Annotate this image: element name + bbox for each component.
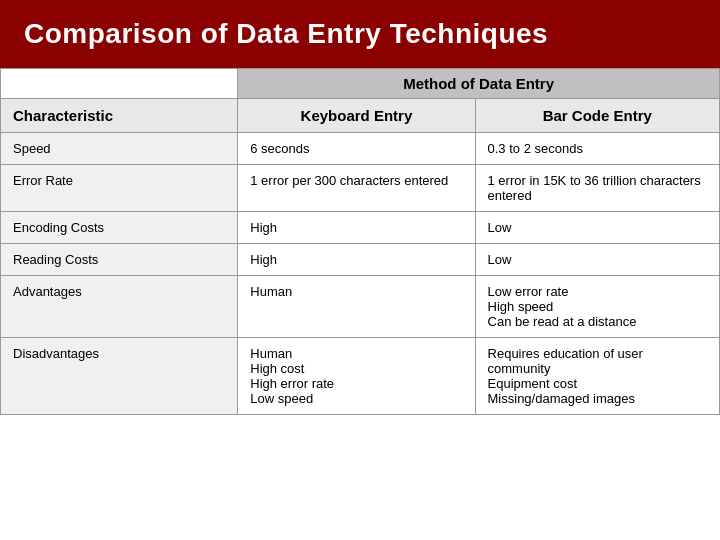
comparison-table: Method of Data Entry Characteristic Keyb… <box>0 68 720 415</box>
cell-barcode: Low <box>475 244 719 276</box>
cell-barcode: Low error rateHigh speedCan be read at a… <box>475 276 719 338</box>
cell-keyboard: 6 seconds <box>238 133 475 165</box>
cell-barcode: 0.3 to 2 seconds <box>475 133 719 165</box>
col-header-barcode: Bar Code Entry <box>475 99 719 133</box>
table-container: Method of Data Entry Characteristic Keyb… <box>0 68 720 415</box>
method-header: Method of Data Entry <box>238 69 720 99</box>
table-row: AdvantagesHumanLow error rateHigh speedC… <box>1 276 720 338</box>
cell-characteristic: Disadvantages <box>1 338 238 415</box>
col-header-characteristic: Characteristic <box>1 99 238 133</box>
cell-characteristic: Reading Costs <box>1 244 238 276</box>
cell-keyboard: 1 error per 300 characters entered <box>238 165 475 212</box>
cell-characteristic: Encoding Costs <box>1 212 238 244</box>
cell-barcode: Requires education of user communityEqui… <box>475 338 719 415</box>
header: Comparison of Data Entry Techniques <box>0 0 720 68</box>
empty-header-cell <box>1 69 238 99</box>
table-row: DisadvantagesHumanHigh costHigh error ra… <box>1 338 720 415</box>
cell-barcode: Low <box>475 212 719 244</box>
cell-barcode: 1 error in 15K to 36 trillion characters… <box>475 165 719 212</box>
page-title: Comparison of Data Entry Techniques <box>24 18 548 49</box>
cell-keyboard: Human <box>238 276 475 338</box>
table-row: Error Rate1 error per 300 characters ent… <box>1 165 720 212</box>
table-row: Encoding CostsHighLow <box>1 212 720 244</box>
table-row: Speed6 seconds0.3 to 2 seconds <box>1 133 720 165</box>
col-header-keyboard: Keyboard Entry <box>238 99 475 133</box>
cell-characteristic: Speed <box>1 133 238 165</box>
cell-keyboard: High <box>238 244 475 276</box>
cell-keyboard: High <box>238 212 475 244</box>
table-row: Reading CostsHighLow <box>1 244 720 276</box>
cell-characteristic: Error Rate <box>1 165 238 212</box>
cell-characteristic: Advantages <box>1 276 238 338</box>
cell-keyboard: HumanHigh costHigh error rateLow speed <box>238 338 475 415</box>
